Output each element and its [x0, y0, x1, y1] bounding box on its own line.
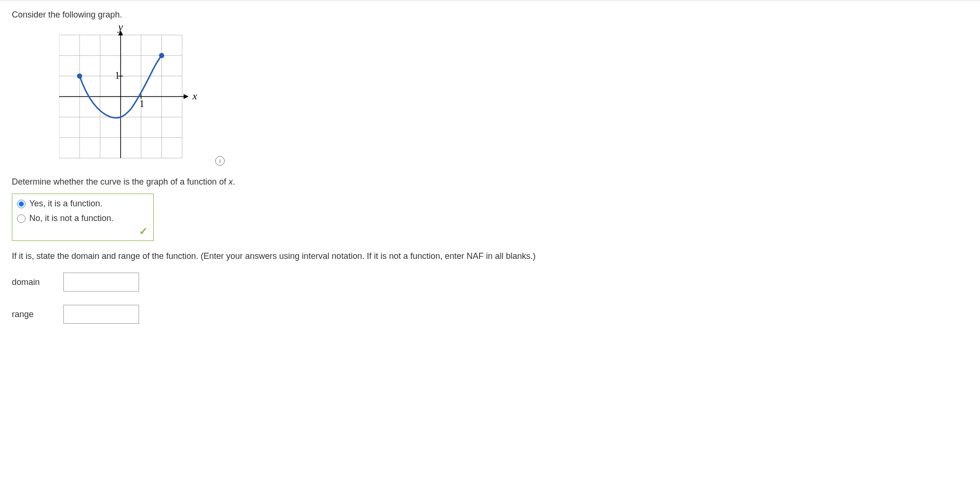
endpoint-left — [77, 73, 82, 79]
y-axis-label: y — [117, 26, 123, 33]
x-axis-label: x — [192, 90, 197, 102]
instruction-text: If it is, state the domain and range of … — [12, 251, 968, 261]
range-label: range — [12, 310, 43, 319]
svg-marker-13 — [184, 95, 188, 98]
domain-label: domain — [12, 277, 43, 287]
endpoint-right — [159, 53, 164, 58]
prompt-text: Consider the following graph. — [12, 10, 968, 20]
radio-yes[interactable] — [17, 200, 26, 208]
function-graph: 1 1 y x — [59, 26, 201, 168]
domain-row: domain — [12, 273, 968, 292]
range-input[interactable] — [63, 305, 139, 324]
check-icon: ✓ — [139, 225, 148, 238]
option-yes-label: Yes, it is a function. — [29, 199, 102, 209]
info-icon[interactable]: i — [215, 156, 225, 166]
range-row: range — [12, 305, 968, 324]
option-yes[interactable]: Yes, it is a function. — [12, 194, 153, 212]
radio-no[interactable] — [17, 214, 26, 223]
domain-input[interactable] — [63, 273, 139, 292]
tick-y-label: 1 — [115, 70, 120, 80]
option-no-label: No, it is not a function. — [29, 213, 114, 223]
option-no[interactable]: No, it is not a function. — [12, 212, 153, 227]
question-text: Determine whether the curve is the graph… — [12, 177, 968, 187]
graph-container: 1 1 y x i — [59, 26, 968, 168]
options-box: Yes, it is a function. No, it is not a f… — [12, 194, 154, 241]
tick-x-label: 1 — [140, 98, 144, 109]
